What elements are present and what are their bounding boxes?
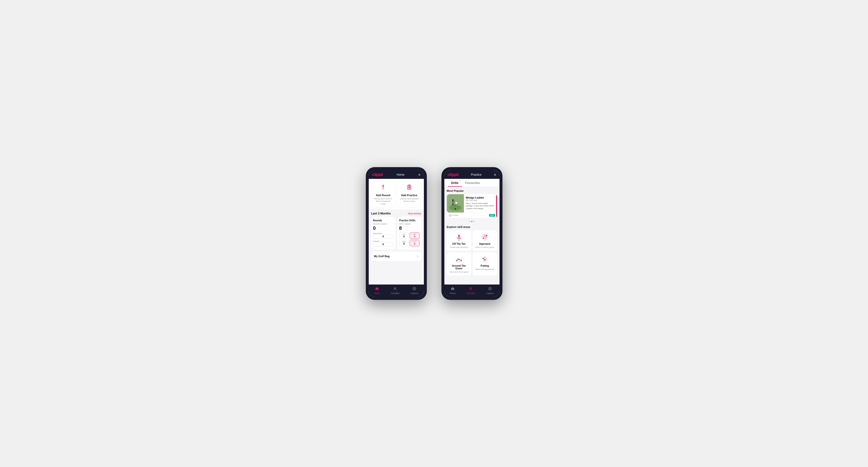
add-round-card[interactable]: Add Round Record your shots in fast or e… (371, 181, 395, 208)
nav-capture-label: Capture (410, 292, 418, 294)
featured-card-footer: 9 shots APP (447, 213, 497, 218)
phone1-bottom-nav: Home Activities Capture (369, 284, 424, 297)
putt-box: PUTT 4 (410, 240, 420, 246)
svg-point-54 (470, 288, 471, 289)
featured-card-content: ☆ Wedge Ladder 50–100 yds Play 1 shot at… (464, 194, 497, 213)
phone1-header: clippd Home ≡ (369, 170, 424, 179)
practice-value: 0 (382, 243, 384, 246)
drills-total: 8 (399, 225, 420, 231)
drills-row-2: ARG 0 PUTT 4 (399, 240, 420, 246)
nav2-capture[interactable]: Capture (486, 287, 494, 294)
svg-point-35 (461, 237, 461, 238)
putting-title: Putting (480, 264, 489, 267)
featured-card-desc: Play 1 shot at each target yardage. If y… (466, 202, 495, 210)
ott-label: OTT (402, 234, 406, 235)
home-icon (375, 287, 379, 291)
svg-point-32 (457, 238, 458, 239)
phone1-logo: clippd (372, 173, 383, 177)
skill-off-the-tee[interactable]: Off The Tee Power and accuracy (447, 230, 471, 251)
add-practice-icon (406, 184, 413, 192)
nav2-home-label: Home (450, 292, 456, 294)
action-cards: Add Round Record your shots in fast or e… (369, 179, 424, 209)
dots-indicator (444, 219, 499, 223)
star-icon[interactable]: ☆ (493, 196, 496, 199)
nav2-activities[interactable]: Activities (467, 287, 475, 294)
putting-icon (480, 255, 490, 263)
phone2-title: Practice (471, 173, 482, 177)
golf-bag-label: My Golf Bag (374, 255, 390, 258)
approach-desc: Dial-in to hit the green (475, 246, 494, 248)
tab-favourites[interactable]: Favourites (462, 179, 484, 187)
activities2-icon (469, 287, 473, 291)
tab-drills[interactable]: Drills (448, 179, 462, 187)
svg-rect-36 (459, 240, 460, 241)
stats-container: Rounds Rounds Capture 0 Tournament 0 Pra… (369, 217, 424, 252)
off-the-tee-desc: Power and accuracy (450, 246, 468, 248)
svg-point-0 (381, 189, 385, 190)
svg-point-42 (483, 238, 484, 239)
rounds-total: 0 (373, 225, 393, 231)
activities-icon (393, 287, 397, 291)
featured-card-wrapper: ☆ Wedge Ladder 50–100 yds Play 1 shot at… (447, 194, 497, 218)
phone2-bottom-nav: Home Activities Capture (444, 284, 499, 297)
capture2-icon (488, 287, 492, 291)
skill-approach[interactable]: Approach Dial-in to hit the green (473, 230, 497, 251)
add-practice-card[interactable]: Add Practice Capture your practice off-t… (397, 181, 422, 208)
add-practice-title: Add Practice (401, 194, 417, 197)
ott-box: OTT 0 (399, 232, 409, 239)
putt-label: PUTT (412, 241, 416, 243)
approach-title: Approach (479, 243, 491, 245)
phone2-menu-icon[interactable]: ≡ (494, 173, 496, 177)
phone1-menu-icon[interactable]: ≡ (418, 173, 420, 177)
skill-grid: Off The Tee Power and accuracy (447, 230, 497, 276)
svg-point-39 (484, 237, 486, 238)
svg-point-31 (458, 235, 460, 236)
explore-section: Explore skill areas (444, 223, 499, 278)
phone1-content: Add Round Record your shots in fast or e… (369, 179, 424, 284)
capture-icon (412, 287, 416, 291)
featured-card[interactable]: ☆ Wedge Ladder 50–100 yds Play 1 shot at… (447, 194, 497, 213)
phone2-header: clippd Practice ≡ (444, 170, 499, 179)
skill-around-the-green[interactable]: Around The Green Hone your short game (447, 252, 471, 276)
around-the-green-title: Around The Green (449, 264, 469, 270)
nav-activities[interactable]: Activities (391, 287, 400, 294)
practice-tabs: Drills Favourites (444, 179, 499, 187)
most-popular-title: Most Popular (447, 189, 497, 192)
activity-title: Last 3 Months (371, 212, 391, 215)
shots-badge: 9 shots (449, 214, 458, 217)
phone2-content: Drills Favourites Most Popular (444, 179, 499, 284)
explore-title: Explore skill areas (447, 225, 497, 228)
nav-home[interactable]: Home (374, 287, 380, 294)
arg-value: 0 (403, 243, 405, 245)
tournament-label: Tournament (373, 232, 393, 234)
svg-point-43 (485, 235, 485, 236)
golf-bag-row[interactable]: My Golf Bag › (371, 252, 422, 261)
dot-2 (471, 221, 472, 222)
arg-label: ARG (402, 241, 406, 243)
nav2-home[interactable]: Home (450, 287, 456, 294)
svg-rect-15 (455, 201, 455, 207)
practice-box: 0 (373, 242, 393, 247)
shots-count: 9 shots (452, 214, 458, 216)
nav2-activities-label: Activities (467, 292, 475, 294)
skill-putting[interactable]: Putting Make and lag practice (473, 252, 497, 276)
svg-point-3 (383, 185, 383, 185)
putting-desc: Make and lag practice (475, 268, 494, 270)
featured-card-subtitle: 50–100 yds (466, 199, 495, 201)
add-round-title: Add Round (376, 194, 390, 197)
add-round-desc: Record your shots in fast or enhanced mo… (373, 198, 393, 205)
tournament-box: 0 (373, 234, 393, 239)
phone-2: clippd Practice ≡ Drills Favourites Most… (441, 167, 502, 300)
add-practice-desc: Capture your practice off-the-course (400, 198, 419, 203)
nav-capture[interactable]: Capture (410, 287, 418, 294)
ott-value: 0 (403, 235, 405, 238)
view-activity-link[interactable]: View Activity (408, 212, 421, 215)
drills-row-1: OTT 0 APP 4 (399, 232, 420, 239)
practice-label: Practice (373, 240, 393, 242)
svg-point-49 (482, 261, 488, 262)
home2-icon (451, 287, 455, 291)
off-the-tee-icon (454, 233, 464, 242)
drills-capture-label: Drills Capture (399, 223, 420, 225)
golf-bag-chevron: › (417, 254, 418, 258)
rounds-capture-label: Rounds Capture (373, 223, 393, 225)
